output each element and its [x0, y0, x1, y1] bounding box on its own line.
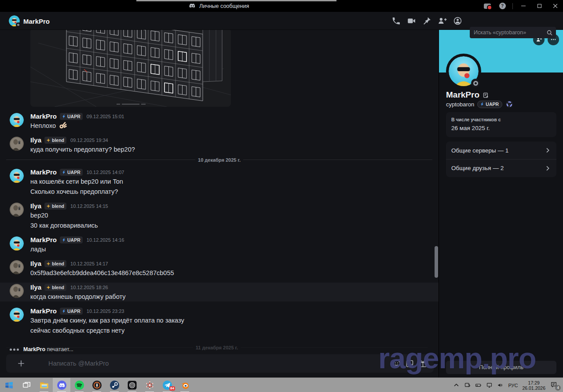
- discord-app-icon: [57, 380, 67, 390]
- inbox-button[interactable]: [480, 0, 495, 12]
- taskbar-item-telegram[interactable]: 84: [158, 378, 176, 392]
- taskbar-item-medal[interactable]: [88, 378, 106, 392]
- blender-icon: [180, 380, 190, 390]
- avatar[interactable]: [10, 203, 24, 217]
- avatar[interactable]: [10, 137, 24, 151]
- sticker-picker-button[interactable]: [405, 359, 414, 368]
- taskbar-item-game-flower[interactable]: [141, 378, 158, 392]
- video-call-button[interactable]: [407, 16, 416, 25]
- battery-tray-icon[interactable]: [475, 382, 482, 388]
- chevron-right-icon: [544, 165, 551, 172]
- taskbar-item-recorder[interactable]: [123, 378, 141, 392]
- profile-username: cyptobaron: [446, 101, 474, 108]
- message-text: Неплохо: [30, 121, 417, 130]
- image-attachment-wireframe-building[interactable]: [30, 30, 231, 107]
- user-tag-badge[interactable]: blend: [44, 284, 66, 291]
- user-tag-badge[interactable]: UAPR: [60, 113, 83, 120]
- message-timestamp: 10.12.2025 14:16: [87, 237, 124, 243]
- taskbar-item-explorer[interactable]: [35, 378, 53, 392]
- volume-tray-icon[interactable]: [497, 382, 504, 388]
- onedrive-tray-icon[interactable]: [464, 382, 471, 388]
- member-since-label: В числе участников с: [451, 117, 551, 122]
- mutual-servers-label: Общие серверы — 1: [451, 147, 508, 154]
- badge-label: UAPR: [67, 170, 80, 175]
- taskbar-item-start[interactable]: [0, 378, 18, 392]
- message-author[interactable]: MarkPro: [30, 112, 57, 120]
- message-author[interactable]: Ilya: [30, 283, 41, 291]
- window-titlebar: Личные сообщения ?: [0, 0, 563, 12]
- minimize-button[interactable]: [515, 0, 531, 12]
- tray-expand-chevron[interactable]: [453, 382, 460, 388]
- uapr-tag-badge[interactable]: UAPR: [477, 101, 502, 108]
- message-timestamp: 09.12.2025 15:01: [87, 114, 124, 119]
- date-divider-label: 10 декабря 2025 г.: [198, 157, 241, 163]
- avatar[interactable]: [10, 169, 24, 183]
- message-author[interactable]: MarkPro: [30, 236, 57, 244]
- mutual-servers-row[interactable]: Общие серверы — 1: [446, 142, 556, 159]
- taskbar-item-spotify[interactable]: [70, 378, 88, 392]
- message-author[interactable]: Ilya: [30, 259, 41, 268]
- window-title: Личные сообщения: [199, 3, 249, 9]
- avatar[interactable]: [10, 308, 24, 322]
- file-explorer-icon: [39, 380, 49, 390]
- help-button[interactable]: ?: [495, 0, 510, 12]
- user-tag-badge[interactable]: UAPR: [60, 169, 83, 176]
- message-timestamp: 09.12.2025 19:34: [70, 138, 108, 143]
- message-author[interactable]: Ilya: [30, 136, 41, 144]
- status-indicator: [471, 79, 480, 87]
- taskbar-item-steam[interactable]: [106, 378, 123, 392]
- user-tag-badge[interactable]: UAPR: [60, 308, 83, 315]
- mutual-friends-label: Общие друзья — 2: [451, 165, 504, 171]
- badge-label: blend: [52, 138, 64, 143]
- message-text: Сколько хочешь предоплату?: [30, 187, 417, 196]
- action-center-button[interactable]: 4: [550, 381, 559, 390]
- user-tag-badge[interactable]: blend: [44, 137, 66, 144]
- taskbar-item-discord[interactable]: [53, 378, 70, 392]
- avatar[interactable]: [10, 260, 24, 274]
- user-tag-badge[interactable]: blend: [44, 260, 66, 267]
- maximize-button[interactable]: [531, 0, 547, 12]
- language-indicator[interactable]: РУС: [508, 383, 518, 388]
- avatar[interactable]: [10, 284, 24, 298]
- message-author[interactable]: Ilya: [30, 202, 41, 210]
- pin-messages-button[interactable]: [422, 16, 431, 25]
- message-timestamp: 10.12.2025 18:26: [70, 285, 108, 290]
- message-author[interactable]: MarkPro: [30, 168, 57, 176]
- taskbar-item-task-view[interactable]: [18, 378, 35, 392]
- taskbar-item-blender[interactable]: [176, 378, 194, 392]
- search-icon: [546, 29, 553, 36]
- typing-dots-icon: [10, 348, 19, 351]
- message-text: куда получить предоплату? bep20?: [30, 145, 417, 154]
- chat-scrollbar-thumb[interactable]: [435, 246, 438, 278]
- search-box[interactable]: [470, 27, 556, 38]
- voice-call-button[interactable]: [391, 16, 401, 25]
- emoji-picker-button[interactable]: [392, 359, 401, 368]
- dm-header-avatar[interactable]: [9, 15, 20, 26]
- avatar[interactable]: [10, 113, 24, 127]
- bolt-icon: [62, 309, 66, 313]
- avatar[interactable]: [10, 236, 24, 250]
- message-text: 0x5f9ad3e6efcb9ddea406c13e4867e8c5287cb0…: [30, 269, 417, 277]
- message-group: Ilya blend 10.12.2025 14:15 bep2030 как …: [0, 201, 439, 230]
- attach-file-button[interactable]: [17, 359, 26, 368]
- message-author[interactable]: MarkPro: [30, 307, 57, 315]
- ilya-avatar-image: [10, 203, 24, 217]
- mutual-friends-row[interactable]: Общие друзья — 2: [446, 159, 556, 177]
- add-friend-to-dm-button[interactable]: [438, 16, 447, 25]
- search-input[interactable]: [470, 29, 546, 36]
- message-input[interactable]: [48, 360, 392, 367]
- full-profile-button[interactable]: Полный профиль: [446, 361, 556, 374]
- clock-time: 17:29: [522, 380, 545, 385]
- gift-button[interactable]: [418, 359, 428, 368]
- user-tag-badge[interactable]: UAPR: [60, 236, 83, 243]
- network-tray-icon[interactable]: [486, 382, 493, 388]
- close-button[interactable]: [547, 0, 563, 12]
- add-note-icon[interactable]: [483, 92, 489, 98]
- clock[interactable]: 17:29 26.01.2026: [522, 380, 545, 391]
- user-tag-badge[interactable]: blend: [44, 203, 66, 210]
- profile-decoration-badge[interactable]: [505, 100, 513, 108]
- profile-avatar[interactable]: [446, 54, 481, 89]
- message-text: на кошелёк сети bep20 или Ton: [30, 177, 417, 186]
- user-profile-button[interactable]: [453, 16, 462, 25]
- star-icon: [46, 261, 51, 266]
